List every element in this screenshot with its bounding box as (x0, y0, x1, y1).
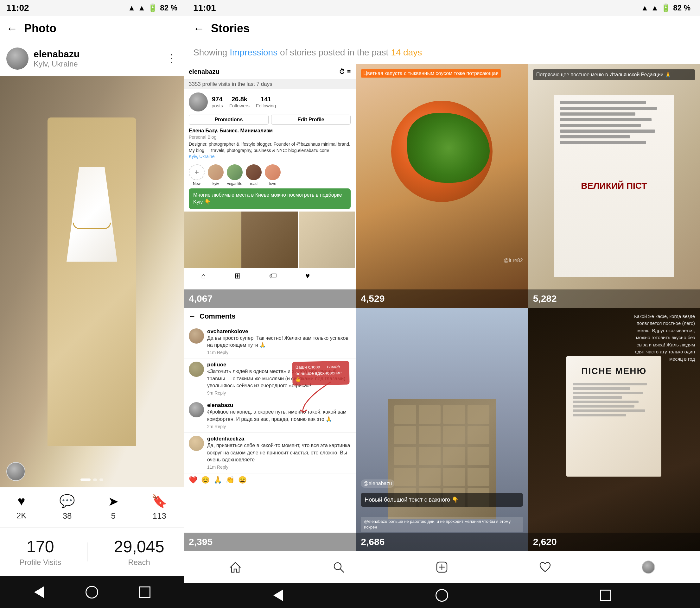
ig-grid (184, 211, 356, 268)
svg-line-1 (340, 569, 344, 572)
reaction-clap: 👏 (226, 476, 234, 484)
comments-back-icon[interactable]: ← (189, 312, 196, 321)
ig-grid-icon[interactable]: ⊞ (234, 271, 241, 280)
comment-body-4: goldenfaceliza Да, признаться себе в как… (207, 436, 351, 470)
right-sys-recent-button[interactable] (596, 586, 615, 605)
story-cell-2[interactable]: Цветная капуста с тыквенным соусом тоже … (356, 64, 528, 308)
right-top-nav: ← Stories (184, 16, 700, 41)
ig-story-kyiv[interactable] (208, 164, 224, 180)
story-cell-5[interactable]: @elenabazu Новый большой текст с важного… (356, 308, 528, 551)
showing-suffix: of stories posted in the past (280, 48, 388, 57)
left-status-bar: 11:02 ▲ ▲ 🔋 82 % (0, 0, 184, 16)
right-likes-nav[interactable] (536, 558, 555, 577)
back-nav-button[interactable] (30, 583, 49, 602)
comment-highlight: Ваши слова — самое большое вдохновение 💪 (292, 361, 350, 385)
menu-caption: Потрясающее постное меню в Итальянской Р… (533, 69, 695, 80)
reach-label: Reach (128, 558, 150, 567)
left-bottom-nav (0, 576, 184, 608)
comment-item-1: ovcharenkolove Да вы просто супер! Так ч… (184, 325, 356, 359)
right-add-nav[interactable] (432, 558, 451, 577)
comment-body-1: ovcharenkolove Да вы просто супер! Так ч… (207, 328, 351, 355)
profile-visits-label: Profile Visits (19, 558, 61, 567)
story-4-count: 2,395 (184, 533, 356, 551)
metric-divider (88, 543, 88, 562)
right-home-nav[interactable] (226, 558, 245, 577)
right-time: 11:01 (193, 3, 216, 13)
ig-home-icon[interactable]: ⌂ (201, 271, 206, 280)
showing-bar: Showing Impressions of stories posted in… (184, 41, 700, 64)
right-bottom-nav (184, 551, 700, 583)
comments-value: 38 (63, 511, 72, 521)
photo-area (0, 76, 184, 487)
ig-story-veganlife[interactable] (227, 164, 243, 180)
photo-content (41, 117, 143, 446)
shares-stat[interactable]: ➤ 5 (108, 494, 119, 521)
stats-row: ♥ 2K 💬 38 ➤ 5 🔖 113 (0, 487, 184, 528)
comment-avatar-1 (189, 328, 204, 344)
right-back-button[interactable]: ← (193, 22, 205, 35)
story-3-count: 5,282 (528, 289, 700, 308)
right-sys-back-button[interactable] (269, 586, 288, 605)
comment-item-3: elenabazu @poliuoe не конец, а скорее пу… (184, 399, 356, 433)
likes-stat[interactable]: ♥ 2K (17, 494, 26, 520)
ig-story-love[interactable] (265, 164, 281, 180)
right-page-title: Stories (211, 22, 250, 35)
back-button[interactable]: ← (6, 22, 18, 35)
reach-value: 29,045 (114, 537, 164, 556)
showing-metric: Impressions (230, 48, 278, 57)
bookmarks-value: 113 (153, 511, 166, 521)
comment-item-4: goldenfaceliza Да, признаться себе в как… (184, 433, 356, 473)
reach-metric: 29,045 Reach (114, 537, 164, 567)
ig-promo-banner: Многие любимые места в Киеве можно посмо… (189, 188, 351, 209)
ig-profile-visits-bar: 3353 profile visits in the last 7 days (184, 79, 356, 89)
story-5-tag: @elenabazu больше не работаю дни, и не п… (361, 517, 523, 532)
home-nav-button[interactable] (82, 583, 101, 602)
avatar (6, 48, 29, 70)
elenabazu-tag: @elenabazu (361, 479, 394, 488)
right-search-nav[interactable] (329, 558, 348, 577)
ig-story-read[interactable] (246, 164, 262, 180)
story-cell-1[interactable]: elenabazu ⏱ ≡ 3353 profile visits in the… (184, 64, 356, 308)
food-photo-content: Цветная капуста с тыквенным соусом тоже … (356, 64, 528, 308)
story-2-count: 4,529 (356, 289, 528, 308)
ig-header-icons: ⏱ ≡ (339, 68, 351, 75)
left-time: 11:02 (6, 3, 29, 13)
ig-buttons: Promotions Edit Profile (184, 115, 356, 127)
profile-bottom-avatar[interactable] (6, 462, 25, 481)
right-wifi-icon: ▲ (641, 3, 649, 12)
food-tag: Цветная капуста с тыквенным соусом тоже … (361, 69, 501, 78)
likes-value: 2K (17, 511, 26, 520)
left-status-icons: ▲ ▲ 🔋 82 % (128, 3, 177, 12)
right-sys-home-button[interactable] (432, 586, 451, 605)
share-icon: ➤ (108, 494, 119, 509)
wifi-icon: ▲ (128, 3, 136, 12)
promotions-button[interactable]: Promotions (189, 115, 269, 125)
edit-profile-button[interactable]: Edit Profile (271, 115, 351, 125)
ig-story-plus[interactable]: + (189, 164, 205, 180)
story-1-count: 4,067 (184, 289, 356, 308)
story-cell-3[interactable]: Потрясающее постное меню в Итальянской Р… (528, 64, 700, 308)
comments-stat[interactable]: 💬 38 (59, 494, 75, 521)
battery-icon: 🔋 (148, 3, 157, 12)
left-top-nav: ← Photo (0, 16, 184, 41)
more-icon[interactable]: ⋮ (166, 52, 177, 65)
right-profile-nav[interactable] (639, 558, 658, 577)
comment-avatar-4 (189, 436, 204, 451)
ig-stats: 974posts 26.8kFollowers 141Following (212, 96, 276, 108)
story-cell-4[interactable]: ← Comments ovcharenkolove Да вы просто с… (184, 308, 356, 551)
comments-header: ← Comments (184, 308, 356, 325)
bookmarks-stat[interactable]: 🔖 113 (151, 494, 167, 521)
right-bottom-sys-nav (184, 583, 700, 608)
story-cell-6[interactable]: ПІСНE МЕНЮ Какой же кафе, когда везде по… (528, 308, 700, 551)
story-5-overlay: Новый большой текст с важного 👇 (361, 493, 523, 507)
recent-nav-button[interactable] (135, 583, 154, 602)
menu-book: ПІСНE МЕНЮ (566, 356, 661, 477)
right-status-icons: ▲ ▲ 🔋 82 % (641, 3, 690, 12)
story-5-count: 2,686 (356, 533, 528, 551)
heart-icon: ♥ (18, 494, 25, 508)
left-panel: 11:02 ▲ ▲ 🔋 82 % ← Photo elenabazu Kyiv,… (0, 0, 184, 608)
reactions-bar: ❤️ 😊 🙏 👏 😄 (184, 473, 356, 487)
ig-tag-icon[interactable]: 🏷 (269, 271, 277, 280)
ig-heart-icon: ♥ (305, 271, 310, 280)
menu-book-title: ПІСНE МЕНЮ (581, 366, 646, 377)
